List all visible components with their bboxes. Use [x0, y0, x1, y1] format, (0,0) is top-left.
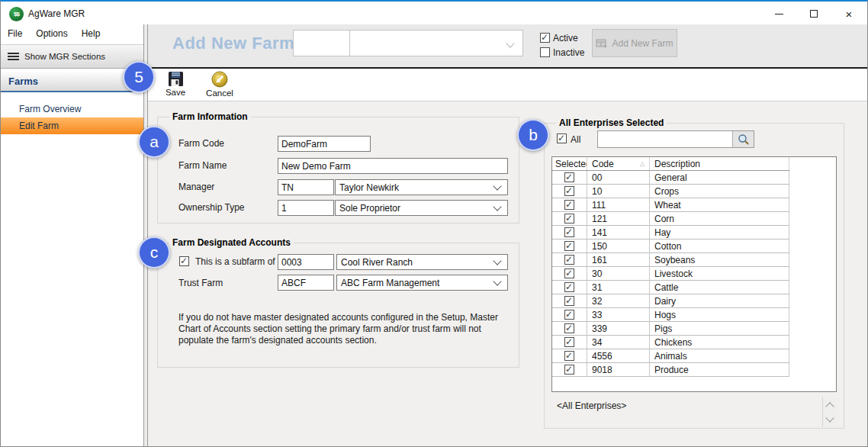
close-icon: ×: [846, 8, 853, 20]
menu-file[interactable]: File: [1, 28, 29, 39]
scroll-up-icon[interactable]: [825, 402, 834, 410]
combo-value: Cool River Ranch: [341, 257, 413, 268]
maximize-button[interactable]: [799, 3, 829, 24]
row-code-cell: 30: [587, 267, 650, 280]
row-checkbox[interactable]: [564, 214, 574, 224]
save-button[interactable]: Save: [159, 71, 192, 101]
chevron-down-icon: [506, 39, 514, 47]
row-description-cell: Produce: [650, 363, 789, 376]
content-area: Farm Information Farm Code Farm Name Man…: [148, 101, 868, 447]
column-selected[interactable]: Selected: [552, 157, 587, 170]
row-checkbox[interactable]: [564, 241, 574, 251]
new-farm-name-combobox[interactable]: [349, 30, 523, 56]
inactive-checkbox[interactable]: [540, 47, 550, 57]
farm-information-title: Farm Information: [169, 111, 251, 122]
hamburger-icon: [8, 51, 19, 62]
close-button[interactable]: ×: [834, 3, 864, 24]
table-row[interactable]: 33Hogs: [552, 308, 789, 322]
row-checkbox[interactable]: [564, 172, 574, 182]
enterprise-search-input[interactable]: [597, 130, 754, 148]
farm-name-input[interactable]: [278, 158, 508, 174]
row-checkbox[interactable]: [564, 365, 574, 375]
row-selected-cell: [552, 336, 587, 349]
menu-help[interactable]: Help: [75, 28, 108, 39]
search-button[interactable]: [732, 131, 754, 147]
new-farm-code-input[interactable]: [293, 30, 350, 56]
row-checkbox[interactable]: [564, 296, 574, 306]
row-selected-cell: [552, 267, 587, 280]
farm-code-input[interactable]: [278, 136, 371, 152]
cancel-button[interactable]: Cancel: [203, 71, 236, 101]
table-row[interactable]: 4556Animals: [552, 349, 789, 363]
sidebar-item-label: Farm Overview: [1, 104, 81, 114]
active-checkbox[interactable]: [540, 33, 550, 43]
add-new-farm-button[interactable]: + Add New Farm: [592, 29, 677, 57]
trust-farm-code-input[interactable]: [278, 275, 334, 291]
row-selected-cell: [552, 281, 587, 294]
row-checkbox[interactable]: [564, 323, 574, 333]
table-row[interactable]: 34Chickens: [552, 336, 789, 349]
row-code-cell: 33: [587, 308, 650, 321]
subfarm-code-input[interactable]: [278, 254, 334, 270]
row-checkbox[interactable]: [564, 282, 574, 292]
all-enterprises-checkbox[interactable]: [557, 133, 567, 143]
manager-code-input[interactable]: [278, 179, 334, 195]
table-row[interactable]: 121Corn: [552, 212, 789, 226]
sidebar: Show MGR Sections Farms Farm Overview Ed…: [1, 43, 143, 447]
minimize-button[interactable]: [764, 3, 794, 24]
trust-farm-combobox[interactable]: ABC Farm Management: [336, 275, 508, 291]
designated-accounts-title: Farm Designated Accounts: [169, 237, 294, 248]
sidebar-section-title: Farms: [1, 76, 38, 87]
minimize-icon: [775, 14, 783, 14]
row-description-cell: Corn: [650, 212, 789, 225]
inactive-checkbox-row[interactable]: Inactive: [537, 45, 584, 59]
farm-name-label: Farm Name: [178, 160, 227, 171]
callout-badge-b: b: [517, 119, 549, 151]
row-checkbox[interactable]: [564, 269, 574, 278]
menubar: File Options Help: [1, 24, 144, 43]
table-row[interactable]: 150Cotton: [552, 240, 789, 253]
window-title: AgWare MGR: [28, 8, 85, 19]
row-code-cell: 111: [587, 198, 650, 211]
menu-options[interactable]: Options: [29, 28, 74, 39]
column-code-label: Code: [592, 159, 614, 169]
table-row[interactable]: 00General: [552, 171, 789, 185]
sidebar-item-farm-overview[interactable]: Farm Overview: [1, 101, 143, 117]
row-selected-cell: [552, 226, 587, 239]
row-selected-cell: [552, 322, 587, 335]
combo-value: ABC Farm Management: [341, 278, 439, 288]
table-row[interactable]: 31Cattle: [552, 281, 789, 294]
column-code[interactable]: Code △: [587, 157, 650, 170]
ownership-code-input[interactable]: [278, 200, 334, 216]
row-checkbox[interactable]: [564, 337, 574, 347]
save-icon: [168, 71, 184, 87]
row-checkbox[interactable]: [564, 255, 574, 265]
row-checkbox[interactable]: [564, 186, 574, 196]
column-description[interactable]: Description: [650, 157, 789, 170]
show-mgr-sections-button[interactable]: Show MGR Sections: [1, 44, 143, 69]
table-row[interactable]: 161Soybeans: [552, 253, 789, 267]
table-row[interactable]: 111Wheat: [552, 198, 789, 212]
ownership-combobox[interactable]: Sole Proprietor: [335, 200, 508, 216]
subfarm-checkbox[interactable]: [179, 256, 189, 266]
row-checkbox[interactable]: [564, 351, 574, 361]
farm-code-label: Farm Code: [178, 138, 224, 149]
active-checkbox-row[interactable]: Active: [537, 31, 584, 45]
enterprises-title: All Enterprises Selected: [556, 117, 667, 128]
row-checkbox[interactable]: [564, 200, 574, 210]
row-checkbox[interactable]: [564, 227, 574, 237]
table-row[interactable]: 32Dairy: [552, 294, 789, 308]
manager-combobox[interactable]: Taylor Newkirk: [335, 179, 508, 195]
sidebar-item-edit-farm[interactable]: Edit Farm: [1, 117, 143, 134]
enterprise-search: [597, 130, 754, 148]
scroll-down-icon[interactable]: [825, 413, 834, 422]
table-row[interactable]: 339Pigs: [552, 322, 789, 336]
designated-accounts-note: If you do not have master designated acc…: [178, 312, 513, 346]
table-row[interactable]: 10Crops: [552, 185, 789, 198]
row-checkbox[interactable]: [564, 310, 574, 320]
table-row[interactable]: 9018Produce: [552, 363, 789, 377]
table-row[interactable]: 30Livestock: [552, 267, 789, 281]
subfarm-combobox[interactable]: Cool River Ranch: [336, 254, 508, 270]
table-row[interactable]: 141Hay: [552, 226, 789, 240]
row-code-cell: 31: [587, 281, 650, 294]
